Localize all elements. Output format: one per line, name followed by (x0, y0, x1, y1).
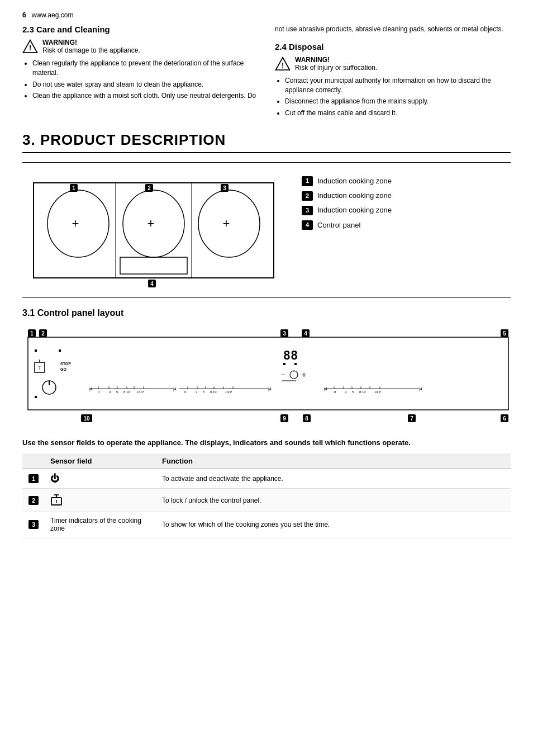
svg-text:88: 88 (283, 348, 298, 362)
svg-text:|4: |4 (419, 387, 422, 391)
svg-text:+: + (147, 216, 155, 230)
svg-text:14 P: 14 P (137, 390, 144, 394)
legend-item-1: 1 Induction cooking zone (302, 176, 511, 186)
legend-item-4: 4 Control panel (302, 220, 511, 230)
svg-text:3: 3 (345, 390, 347, 394)
svg-text:|4: |4 (268, 387, 272, 391)
bullets-2-4: Contact your municipal authority for inf… (285, 76, 511, 118)
warning-box-2-3: ! WARNING! Risk of damage to the applian… (22, 39, 258, 54)
svg-text:−: − (280, 370, 285, 379)
legend-item-3: 3 Induction cooking zone (302, 205, 511, 215)
warning-text-2-3: WARNING! Risk of damage to the appliance… (42, 39, 140, 54)
product-diagram-section: + + + 1 2 3 4 1 I (22, 162, 511, 298)
cooktop-svg: + + + 1 2 3 4 (22, 171, 285, 288)
page-number: 6 (22, 11, 26, 19)
section-3-title: 3. PRODUCT DESCRIPTION (22, 131, 511, 153)
bullet-2-4-2: Disconnect the appliance from the mains … (285, 97, 511, 106)
svg-text:4: 4 (304, 330, 307, 337)
control-panel-diagram-wrap: 1 2 3 4 5 10 9 8 7 6 ⊤ (22, 326, 511, 428)
svg-rect-81 (283, 363, 285, 365)
legend-item-2: 2 Induction cooking zone (302, 191, 511, 201)
svg-text:0: 0 (98, 390, 100, 394)
svg-text:3: 3 (109, 390, 111, 394)
svg-text:|4: |4 (173, 387, 177, 391)
svg-text:5: 5 (116, 390, 118, 394)
sections-2-3-2-4: 2.3 Care and Cleaning ! WARNING! Risk of… (22, 25, 511, 121)
svg-text:⊤: ⊤ (37, 365, 42, 371)
svg-text:2: 2 (147, 185, 151, 191)
bullet-2-3-3: Clean the appliance with a moist soft cl… (32, 91, 258, 101)
svg-text:!: ! (29, 44, 31, 52)
sensor-intro: Use the sensor fields to operate the app… (22, 437, 511, 448)
svg-text:5: 5 (503, 330, 506, 337)
svg-text:2: 2 (41, 330, 45, 337)
svg-text:8 10: 8 10 (123, 390, 130, 394)
svg-text:5: 5 (203, 390, 205, 394)
warning-icon-2-3: ! (22, 39, 38, 54)
svg-text:14 P: 14 P (225, 390, 232, 394)
page-header: 6 www.aeg.com (22, 11, 511, 19)
warning-text-2-4: WARNING! Risk of injury or suffocation. (295, 56, 377, 72)
col-function-header: Function (156, 453, 511, 469)
svg-text:3: 3 (223, 185, 226, 191)
row-num-1: 1 (22, 469, 45, 489)
svg-text:0: 0 (334, 390, 336, 394)
svg-rect-52 (35, 396, 37, 398)
section-2-4-col: not use abrasive products, abrasive clea… (275, 25, 511, 121)
svg-text:!: ! (282, 62, 284, 69)
table-row: 2 To lock / unlock the control panel. (22, 489, 511, 512)
col-num-header (22, 453, 45, 469)
svg-text:+: + (223, 216, 230, 230)
website: www.aeg.com (32, 11, 74, 19)
row-function-2: To lock / unlock the control panel. (156, 489, 511, 512)
row-function-1: To activate and deactivate the appliance… (156, 469, 511, 489)
col-sensor-header: Sensor field (45, 453, 156, 469)
svg-text:|4: |4 (89, 387, 93, 391)
warning-icon-2-4: ! (275, 56, 291, 72)
svg-rect-50 (35, 349, 37, 352)
svg-text:5: 5 (352, 390, 354, 394)
cooktop-diagram-wrap: + + + 1 2 3 4 (22, 171, 291, 290)
svg-text:1: 1 (72, 185, 75, 191)
bullet-2-4-3: Cut off the mains cable and discard it. (285, 108, 511, 118)
svg-text:14 P: 14 P (374, 390, 381, 394)
svg-text:+: + (302, 370, 306, 379)
lock-icon (50, 493, 63, 505)
product-legend: 1 Induction cooking zone 2 Induction coo… (302, 171, 511, 290)
section-2-3: 2.3 Care and Cleaning ! WARNING! Risk of… (22, 25, 258, 121)
svg-rect-51 (59, 349, 61, 352)
sensor-table: Sensor field Function 1 ⏻ To activate an… (22, 453, 511, 537)
bullet-2-3-1: Clean regularly the appliance to prevent… (32, 59, 258, 78)
svg-text:3: 3 (196, 390, 198, 394)
table-row: 1 ⏻ To activate and deactivate the appli… (22, 469, 511, 489)
legend-list: 1 Induction cooking zone 2 Induction coo… (302, 176, 511, 230)
svg-text:4: 4 (150, 281, 154, 287)
svg-text:1: 1 (30, 330, 34, 337)
row-function-3: To show for which of the cooking zones y… (156, 512, 511, 537)
row-num-2: 2 (22, 489, 45, 512)
svg-rect-4 (34, 183, 274, 278)
section-3-1-title: 3.1 Control panel layout (22, 308, 511, 318)
svg-rect-13 (120, 257, 187, 274)
svg-text:GO: GO (60, 367, 66, 371)
svg-text:|4: |4 (324, 387, 327, 391)
table-header-row: Sensor field Function (22, 453, 511, 469)
svg-rect-22 (28, 337, 508, 410)
svg-point-84 (290, 371, 298, 379)
row-num-3: 3 (22, 512, 45, 537)
section-2-3-title: 2.3 Care and Cleaning (22, 25, 258, 34)
warning-box-2-4: ! WARNING! Risk of injury or suffocation… (275, 56, 511, 72)
svg-text:7: 7 (410, 415, 413, 422)
svg-text:3: 3 (283, 330, 286, 337)
svg-text:0: 0 (184, 390, 187, 394)
row-sensor-2 (45, 489, 156, 512)
svg-rect-82 (294, 363, 297, 365)
svg-text:+: + (72, 216, 79, 230)
section-2-4-title: 2.4 Disposal (275, 42, 511, 51)
bullets-2-3: Clean regularly the appliance to prevent… (32, 59, 258, 101)
section-2-3-cont: not use abrasive products, abrasive clea… (275, 25, 511, 34)
svg-text:8 10: 8 10 (359, 390, 366, 394)
table-row: 3 Timer indicators of the cooking zone T… (22, 512, 511, 537)
svg-text:9: 9 (283, 415, 286, 422)
svg-text:STOP: STOP (60, 362, 71, 366)
